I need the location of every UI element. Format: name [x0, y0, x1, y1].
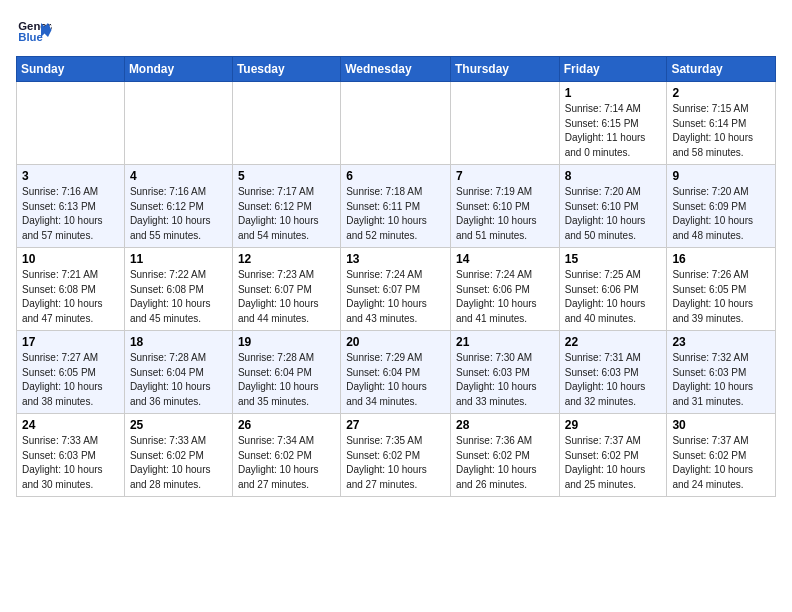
day-number: 23 [672, 335, 770, 349]
calendar-week-row: 17Sunrise: 7:27 AM Sunset: 6:05 PM Dayli… [17, 331, 776, 414]
day-info: Sunrise: 7:16 AM Sunset: 6:13 PM Dayligh… [22, 185, 119, 243]
day-header-thursday: Thursday [450, 57, 559, 82]
calendar-cell [124, 82, 232, 165]
day-number: 2 [672, 86, 770, 100]
calendar-cell: 6Sunrise: 7:18 AM Sunset: 6:11 PM Daylig… [341, 165, 451, 248]
calendar-cell: 21Sunrise: 7:30 AM Sunset: 6:03 PM Dayli… [450, 331, 559, 414]
calendar-cell: 5Sunrise: 7:17 AM Sunset: 6:12 PM Daylig… [232, 165, 340, 248]
calendar-week-row: 24Sunrise: 7:33 AM Sunset: 6:03 PM Dayli… [17, 414, 776, 497]
day-number: 27 [346, 418, 445, 432]
day-number: 3 [22, 169, 119, 183]
day-number: 20 [346, 335, 445, 349]
day-number: 15 [565, 252, 662, 266]
calendar-cell: 26Sunrise: 7:34 AM Sunset: 6:02 PM Dayli… [232, 414, 340, 497]
calendar-cell: 10Sunrise: 7:21 AM Sunset: 6:08 PM Dayli… [17, 248, 125, 331]
day-number: 29 [565, 418, 662, 432]
day-info: Sunrise: 7:21 AM Sunset: 6:08 PM Dayligh… [22, 268, 119, 326]
day-info: Sunrise: 7:20 AM Sunset: 6:10 PM Dayligh… [565, 185, 662, 243]
day-number: 14 [456, 252, 554, 266]
day-number: 18 [130, 335, 227, 349]
logo: General Blue [16, 16, 56, 44]
day-info: Sunrise: 7:25 AM Sunset: 6:06 PM Dayligh… [565, 268, 662, 326]
calendar-cell: 29Sunrise: 7:37 AM Sunset: 6:02 PM Dayli… [559, 414, 667, 497]
calendar-cell: 24Sunrise: 7:33 AM Sunset: 6:03 PM Dayli… [17, 414, 125, 497]
calendar-cell: 8Sunrise: 7:20 AM Sunset: 6:10 PM Daylig… [559, 165, 667, 248]
day-info: Sunrise: 7:37 AM Sunset: 6:02 PM Dayligh… [672, 434, 770, 492]
calendar-week-row: 1Sunrise: 7:14 AM Sunset: 6:15 PM Daylig… [17, 82, 776, 165]
day-info: Sunrise: 7:14 AM Sunset: 6:15 PM Dayligh… [565, 102, 662, 160]
calendar-cell: 22Sunrise: 7:31 AM Sunset: 6:03 PM Dayli… [559, 331, 667, 414]
day-number: 28 [456, 418, 554, 432]
calendar-cell: 28Sunrise: 7:36 AM Sunset: 6:02 PM Dayli… [450, 414, 559, 497]
day-header-wednesday: Wednesday [341, 57, 451, 82]
day-info: Sunrise: 7:32 AM Sunset: 6:03 PM Dayligh… [672, 351, 770, 409]
day-info: Sunrise: 7:17 AM Sunset: 6:12 PM Dayligh… [238, 185, 335, 243]
page-header: General Blue [16, 16, 776, 44]
calendar-cell [17, 82, 125, 165]
calendar-cell: 13Sunrise: 7:24 AM Sunset: 6:07 PM Dayli… [341, 248, 451, 331]
calendar-cell: 23Sunrise: 7:32 AM Sunset: 6:03 PM Dayli… [667, 331, 776, 414]
day-number: 4 [130, 169, 227, 183]
calendar-cell: 30Sunrise: 7:37 AM Sunset: 6:02 PM Dayli… [667, 414, 776, 497]
calendar-cell [450, 82, 559, 165]
day-info: Sunrise: 7:19 AM Sunset: 6:10 PM Dayligh… [456, 185, 554, 243]
day-info: Sunrise: 7:37 AM Sunset: 6:02 PM Dayligh… [565, 434, 662, 492]
calendar-cell: 7Sunrise: 7:19 AM Sunset: 6:10 PM Daylig… [450, 165, 559, 248]
calendar-cell: 20Sunrise: 7:29 AM Sunset: 6:04 PM Dayli… [341, 331, 451, 414]
day-number: 25 [130, 418, 227, 432]
day-info: Sunrise: 7:28 AM Sunset: 6:04 PM Dayligh… [238, 351, 335, 409]
day-info: Sunrise: 7:15 AM Sunset: 6:14 PM Dayligh… [672, 102, 770, 160]
day-number: 1 [565, 86, 662, 100]
day-info: Sunrise: 7:33 AM Sunset: 6:03 PM Dayligh… [22, 434, 119, 492]
calendar-header-row: SundayMondayTuesdayWednesdayThursdayFrid… [17, 57, 776, 82]
day-info: Sunrise: 7:29 AM Sunset: 6:04 PM Dayligh… [346, 351, 445, 409]
day-number: 16 [672, 252, 770, 266]
calendar-cell: 14Sunrise: 7:24 AM Sunset: 6:06 PM Dayli… [450, 248, 559, 331]
day-info: Sunrise: 7:31 AM Sunset: 6:03 PM Dayligh… [565, 351, 662, 409]
day-number: 12 [238, 252, 335, 266]
calendar-week-row: 3Sunrise: 7:16 AM Sunset: 6:13 PM Daylig… [17, 165, 776, 248]
calendar-cell [341, 82, 451, 165]
day-info: Sunrise: 7:22 AM Sunset: 6:08 PM Dayligh… [130, 268, 227, 326]
day-number: 6 [346, 169, 445, 183]
calendar-cell: 25Sunrise: 7:33 AM Sunset: 6:02 PM Dayli… [124, 414, 232, 497]
calendar-cell: 15Sunrise: 7:25 AM Sunset: 6:06 PM Dayli… [559, 248, 667, 331]
calendar-week-row: 10Sunrise: 7:21 AM Sunset: 6:08 PM Dayli… [17, 248, 776, 331]
day-info: Sunrise: 7:18 AM Sunset: 6:11 PM Dayligh… [346, 185, 445, 243]
calendar-cell [232, 82, 340, 165]
calendar-cell: 16Sunrise: 7:26 AM Sunset: 6:05 PM Dayli… [667, 248, 776, 331]
day-info: Sunrise: 7:20 AM Sunset: 6:09 PM Dayligh… [672, 185, 770, 243]
day-number: 30 [672, 418, 770, 432]
day-info: Sunrise: 7:34 AM Sunset: 6:02 PM Dayligh… [238, 434, 335, 492]
day-info: Sunrise: 7:23 AM Sunset: 6:07 PM Dayligh… [238, 268, 335, 326]
day-number: 9 [672, 169, 770, 183]
day-info: Sunrise: 7:33 AM Sunset: 6:02 PM Dayligh… [130, 434, 227, 492]
day-number: 17 [22, 335, 119, 349]
day-number: 13 [346, 252, 445, 266]
calendar-cell: 17Sunrise: 7:27 AM Sunset: 6:05 PM Dayli… [17, 331, 125, 414]
calendar-cell: 11Sunrise: 7:22 AM Sunset: 6:08 PM Dayli… [124, 248, 232, 331]
calendar-table: SundayMondayTuesdayWednesdayThursdayFrid… [16, 56, 776, 497]
day-info: Sunrise: 7:16 AM Sunset: 6:12 PM Dayligh… [130, 185, 227, 243]
calendar-cell: 18Sunrise: 7:28 AM Sunset: 6:04 PM Dayli… [124, 331, 232, 414]
day-number: 19 [238, 335, 335, 349]
calendar-cell: 27Sunrise: 7:35 AM Sunset: 6:02 PM Dayli… [341, 414, 451, 497]
logo-icon: General Blue [16, 16, 52, 44]
day-number: 10 [22, 252, 119, 266]
day-number: 21 [456, 335, 554, 349]
day-header-sunday: Sunday [17, 57, 125, 82]
day-info: Sunrise: 7:24 AM Sunset: 6:06 PM Dayligh… [456, 268, 554, 326]
day-number: 11 [130, 252, 227, 266]
calendar-cell: 3Sunrise: 7:16 AM Sunset: 6:13 PM Daylig… [17, 165, 125, 248]
day-number: 5 [238, 169, 335, 183]
day-header-tuesday: Tuesday [232, 57, 340, 82]
calendar-cell: 19Sunrise: 7:28 AM Sunset: 6:04 PM Dayli… [232, 331, 340, 414]
calendar-cell: 9Sunrise: 7:20 AM Sunset: 6:09 PM Daylig… [667, 165, 776, 248]
day-number: 7 [456, 169, 554, 183]
calendar-cell: 4Sunrise: 7:16 AM Sunset: 6:12 PM Daylig… [124, 165, 232, 248]
calendar-cell: 2Sunrise: 7:15 AM Sunset: 6:14 PM Daylig… [667, 82, 776, 165]
day-info: Sunrise: 7:28 AM Sunset: 6:04 PM Dayligh… [130, 351, 227, 409]
day-header-saturday: Saturday [667, 57, 776, 82]
svg-text:Blue: Blue [18, 31, 43, 43]
day-info: Sunrise: 7:36 AM Sunset: 6:02 PM Dayligh… [456, 434, 554, 492]
